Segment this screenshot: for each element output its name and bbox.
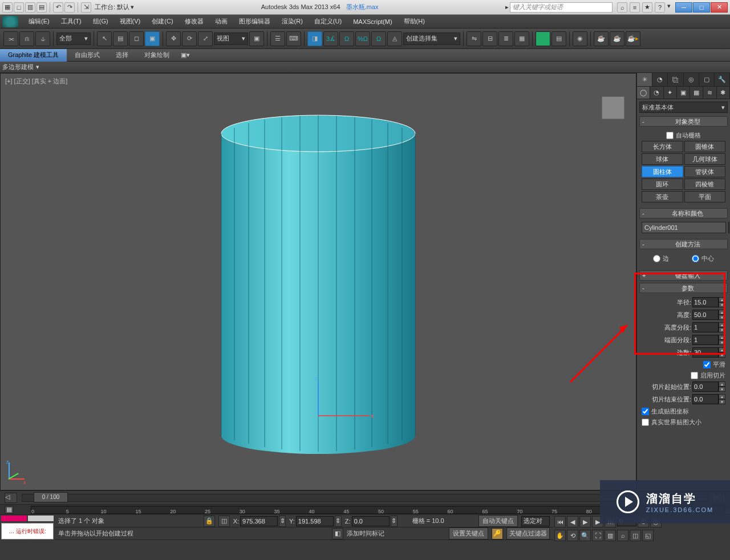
height-down-icon[interactable]: ▼ [719,315,725,320]
spinner-snap-icon[interactable]: %Ω [355,31,370,46]
menu-animation[interactable]: 动画 [209,15,233,29]
exchange-icon[interactable]: ≡ [630,2,640,13]
primitive-7-button[interactable]: 四棱锥 [684,178,726,190]
fov-icon[interactable]: ▥ [605,530,616,541]
ribbon-subheader[interactable]: 多边形建模 [2,63,34,71]
radius-input[interactable] [692,297,719,307]
primitive-4-button[interactable]: 圆柱体 [642,166,683,177]
render-prod-icon[interactable]: ☕▸ [626,31,640,46]
prev-frame-icon[interactable]: ◀ [567,516,578,527]
track-toggle-icon[interactable]: ▦ [5,506,14,514]
display-panel-tab[interactable]: ▢ [699,73,715,86]
snap-2d-icon[interactable]: ◨ [307,31,322,46]
viewcube-icon[interactable] [602,96,624,119]
height-input[interactable] [692,310,719,320]
angle-snap-icon[interactable]: 3∡ [323,31,338,46]
capseg-input[interactable] [692,335,719,345]
ribbon-objectpaint-tab[interactable]: 对象绘制 [136,49,177,62]
geometry-subtab[interactable]: ◯ [637,87,650,99]
menu-modifiers[interactable]: 修改器 [179,15,209,29]
minimize-button[interactable]: ─ [675,2,692,13]
pan-icon[interactable]: ✋ [554,530,566,541]
motion-panel-tab[interactable]: ◎ [684,73,699,86]
bind-tool-icon[interactable]: ⫝ [35,31,50,46]
modify-panel-tab[interactable]: ◔ [652,73,668,86]
utilities-panel-tab[interactable]: 🔧 [715,73,730,86]
new-icon[interactable]: □ [14,2,24,13]
ribbon-selection-tab[interactable]: 选择 [108,49,136,62]
menu-views[interactable]: 视图(V) [114,15,147,29]
radius-down-icon[interactable]: ▼ [719,302,725,307]
x-input[interactable] [240,516,278,526]
maximize-viewport-icon[interactable]: ◫ [630,530,641,541]
goto-start-icon[interactable]: ⏮ [554,516,566,527]
capseg-up-icon[interactable]: ▲ [719,335,725,340]
hierarchy-panel-tab[interactable]: ⿻ [668,73,683,86]
radius-up-icon[interactable]: ▲ [719,297,725,302]
ribbon-graphite-tab[interactable]: Graphite 建模工具 [0,49,67,62]
y-input[interactable] [296,516,334,526]
primitive-8-button[interactable]: 茶壶 [642,191,683,202]
rect-select-icon[interactable]: ◻ [129,31,144,46]
zoom-extents-icon[interactable]: ⛶ [592,530,603,541]
spacewarps-subtab[interactable]: ≋ [703,87,716,99]
menu-help[interactable]: 帮助(H) [398,15,431,29]
app-logo-icon[interactable] [2,16,18,27]
ref-coord-dropdown[interactable]: 视图▾ [214,33,248,45]
rollout-name-color[interactable]: -名称和颜色 [639,208,728,218]
timetag-icon[interactable]: ◧ [332,528,343,539]
help-icon[interactable]: ? [655,2,665,13]
app-menu-icon[interactable]: ▦ [2,2,13,13]
lock-selection-icon[interactable]: 🔒 [204,516,215,527]
favorites-icon[interactable]: ★ [642,2,652,13]
slice-from-input[interactable] [692,382,719,392]
time-thumb[interactable]: 0 / 100 [34,492,68,502]
viewport-label[interactable]: [+] [正交] [真实 + 边面] [5,77,67,86]
smooth-checkbox[interactable] [703,361,711,368]
menu-maxscript[interactable]: MAXScript(M) [347,15,398,29]
height-up-icon[interactable]: ▲ [719,310,725,315]
setkey-icon[interactable]: 🔑 [492,528,503,539]
menu-customize[interactable]: 自定义(U) [309,15,347,29]
viewport[interactable]: [+] [正交] [真实 + 边面] [0,73,636,490]
manipulate-icon[interactable]: ☰ [270,31,285,46]
ribbon-expand-icon[interactable]: ▣▾ [180,51,191,59]
rollout-parameters[interactable]: -参数 [639,283,728,293]
autogrid-checkbox[interactable] [666,132,674,139]
real-world-checkbox[interactable] [642,419,649,426]
orbit-icon[interactable]: ⟲ [567,530,578,541]
center-radio[interactable] [692,255,699,262]
sides-up-icon[interactable]: ▲ [719,347,725,352]
primitive-5-button[interactable]: 管状体 [684,166,726,177]
autokey-sel-input[interactable] [521,516,550,526]
keyfilter-button[interactable]: 关键点过滤器 [506,527,550,539]
move-tool-icon[interactable]: ✥ [166,31,181,46]
maxscript-error[interactable]: … 运行时错误: [1,523,54,539]
lights-subtab[interactable]: ✦ [664,87,677,99]
zoom-icon[interactable]: 🔍 [579,530,591,541]
search-icon[interactable]: ⌕ [617,2,627,13]
heightseg-up-icon[interactable]: ▲ [719,322,725,327]
search-input[interactable]: 键入关键字或短语 [510,2,613,13]
shapes-subtab[interactable]: ◔ [650,87,663,99]
schematic-view-icon[interactable]: ▤ [551,31,566,46]
scale-tool-icon[interactable]: ⤢ [198,31,213,46]
menu-grapheditors[interactable]: 图形编辑器 [233,15,276,29]
primitive-1-button[interactable]: 圆锥体 [684,141,726,152]
category-dropdown[interactable]: 标准基本体▾ [639,102,728,113]
menu-rendering[interactable]: 渲染(R) [276,15,309,29]
primitive-3-button[interactable]: 几何球体 [684,153,726,165]
heightseg-input[interactable] [692,322,719,332]
render-setup-icon[interactable]: ☕ [594,31,609,46]
object-color-swatch[interactable] [728,222,729,233]
capseg-down-icon[interactable]: ▼ [719,340,725,345]
render-frame-icon[interactable]: ☕ [610,31,624,46]
primitive-6-button[interactable]: 圆环 [642,178,683,190]
setkey-button[interactable]: 设置关键点 [449,527,488,539]
open-icon[interactable]: ▥ [25,2,35,13]
select-name-icon[interactable]: ▤ [113,31,128,46]
link-tool-icon[interactable]: ⫘ [3,31,18,46]
systems-subtab[interactable]: ✱ [717,87,730,99]
zoom-region-icon[interactable]: ⌕ [617,530,628,541]
menu-tools[interactable]: 工具(T) [55,15,87,29]
